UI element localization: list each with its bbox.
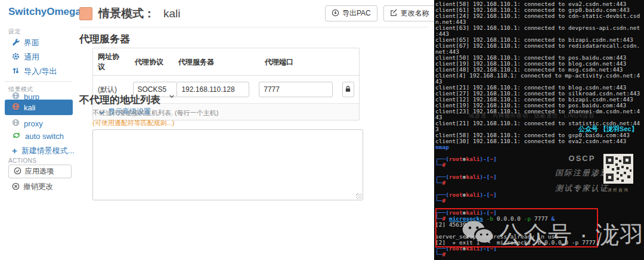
sidebar-item-label: 界面 bbox=[24, 38, 39, 48]
terminal-line: client[4] 192.168.110.1: connected to mp… bbox=[435, 73, 640, 79]
wechat-icon bbox=[462, 220, 494, 250]
terminal-line: client[67] 192.168.110.1: connected to r… bbox=[435, 43, 640, 49]
sidebar-item-interface[interactable]: 界面 bbox=[12, 38, 39, 48]
sidebar-divider bbox=[5, 81, 72, 82]
bypass-list-textarea[interactable] bbox=[92, 129, 363, 200]
auto-switch-icon bbox=[12, 132, 21, 141]
x-circle-icon bbox=[12, 182, 20, 192]
profile-color-square bbox=[79, 7, 92, 20]
wrench-icon bbox=[12, 38, 20, 48]
bypass-hint: 不经过代理连接的主机列表. (每行一个主机) bbox=[92, 109, 218, 117]
import-export-icon bbox=[12, 67, 20, 76]
page-header: 情景模式： kali bbox=[79, 6, 181, 21]
sidebar-new-profile[interactable]: + 新建情景模式... bbox=[12, 146, 75, 156]
bypass-list-heading: 不代理的地址列表 bbox=[79, 93, 160, 107]
terminal-line: └─# bbox=[435, 252, 640, 258]
proxy-port-input[interactable] bbox=[259, 82, 333, 97]
page-title-profile-name: kali bbox=[163, 7, 181, 20]
sidebar-item-label: kali bbox=[24, 103, 36, 112]
header-divider bbox=[79, 27, 429, 27]
sidebar-profile-proxy[interactable]: proxy bbox=[12, 118, 43, 129]
table-header-row: 网址协议 代理协议 代理服务器 代理端口 bbox=[93, 48, 359, 76]
revert-changes-label: 撤销更改 bbox=[23, 182, 53, 192]
sidebar-settings-label: 设定 bbox=[8, 27, 21, 36]
globe-icon bbox=[12, 103, 20, 112]
cyan-watermark: 公众号 【泷羽Sec】 bbox=[578, 125, 638, 134]
rename-icon bbox=[390, 9, 398, 18]
export-icon bbox=[332, 9, 339, 18]
textarea-resize-handle[interactable] bbox=[356, 193, 362, 199]
sidebar-item-import-export[interactable]: 导入/导出 bbox=[12, 66, 57, 77]
app-logo: SwitchyOmega bbox=[8, 6, 81, 18]
sidebar-item-label: proxy bbox=[24, 119, 43, 128]
sidebar-item-label: 新建情景模式... bbox=[21, 146, 75, 156]
revert-changes-button[interactable]: 撤销更改 bbox=[12, 182, 53, 192]
lock-icon bbox=[345, 85, 351, 94]
sidebar-item-label: auto switch bbox=[25, 132, 64, 141]
sidebar-profile-auto-switch[interactable]: auto switch bbox=[12, 131, 64, 141]
proxy-server-input[interactable] bbox=[177, 82, 249, 97]
terminal-window[interactable]: client[58] 192.168.110.1: connected to e… bbox=[434, 0, 644, 260]
big-gray-watermark: 公众号 · 泷羽Sec bbox=[462, 218, 644, 251]
big-watermark-text: 公众号 · 泷羽Sec bbox=[499, 218, 644, 251]
export-pac-label: 导出PAC bbox=[342, 8, 371, 18]
column-header-server: 代理服务器 bbox=[174, 54, 260, 70]
qr-code bbox=[603, 175, 633, 185]
terminal-line: nmap bbox=[435, 144, 640, 150]
export-pac-button[interactable]: 导出PAC bbox=[325, 5, 377, 21]
terminal-line: client[63] 192.168.110.1: connected to d… bbox=[435, 25, 640, 31]
terminal-line: client[30] 192.168.110.1: connected to e… bbox=[435, 138, 640, 144]
rename-label: 更改名称 bbox=[401, 8, 429, 18]
wildcard-rules-link[interactable]: (可使用通配符等匹配规则...) bbox=[92, 119, 175, 128]
sidebar-item-general[interactable]: 通用 bbox=[12, 52, 39, 63]
sidebar-profile-kali[interactable]: kali bbox=[5, 100, 73, 115]
gear-icon bbox=[12, 52, 20, 62]
column-header-port: 代理端口 bbox=[260, 54, 348, 70]
sidebar-item-label: 导入/导出 bbox=[24, 66, 57, 77]
column-header-scheme: 网址协议 bbox=[93, 48, 130, 75]
sidebar-actions-label: ACTIONS bbox=[8, 157, 36, 164]
globe-icon bbox=[12, 119, 20, 128]
auth-lock-button[interactable] bbox=[342, 82, 354, 97]
switchyomega-options-page: SwitchyOmega 设定 界面 通用 导入/导出 情景模式 burp ka… bbox=[0, 0, 434, 260]
page-title: 情景模式： bbox=[98, 6, 155, 21]
rename-button[interactable]: 更改名称 bbox=[383, 5, 436, 21]
column-header-protocol: 代理协议 bbox=[130, 54, 174, 70]
check-circle-icon bbox=[14, 167, 21, 177]
plus-icon: + bbox=[12, 148, 17, 154]
apply-options-label: 应用选项 bbox=[25, 166, 54, 177]
terminal-line: └─# bbox=[435, 198, 640, 204]
sidebar-item-label: 通用 bbox=[24, 52, 39, 63]
qr-code-block: 课程咨询 bbox=[603, 154, 633, 193]
apply-options-button[interactable]: 应用选项 bbox=[8, 165, 72, 178]
qr-caption: 课程咨询 bbox=[603, 187, 633, 193]
proxy-servers-heading: 代理服务器 bbox=[79, 32, 130, 46]
faint-background-watermark: 域渗透、内网横向移动、隐蔽通信、LINUX提权 bbox=[469, 112, 595, 120]
